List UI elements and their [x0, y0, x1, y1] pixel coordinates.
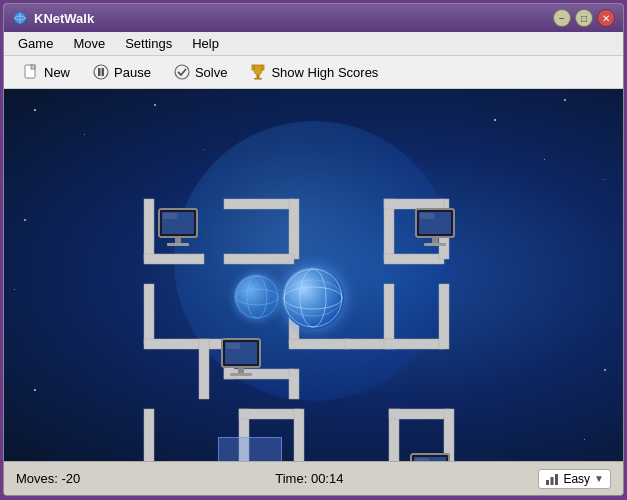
svg-point-45	[284, 269, 342, 327]
svg-rect-8	[252, 65, 254, 70]
svg-rect-27	[384, 339, 444, 349]
svg-rect-6	[102, 68, 105, 76]
svg-rect-57	[424, 243, 446, 246]
game-area[interactable]	[4, 89, 623, 461]
svg-rect-70	[551, 477, 554, 485]
svg-rect-63	[226, 343, 240, 349]
svg-rect-33	[144, 409, 154, 461]
svg-rect-15	[289, 199, 299, 259]
pause-icon	[92, 63, 110, 81]
svg-rect-11	[254, 78, 262, 80]
time-label: Time: 00:14	[275, 471, 343, 486]
app-icon	[12, 10, 28, 26]
highscores-button[interactable]: Show High Scores	[239, 60, 388, 84]
menu-move[interactable]: Move	[65, 34, 113, 53]
menu-help[interactable]: Help	[184, 34, 227, 53]
svg-rect-28	[439, 284, 449, 349]
pause-button[interactable]: Pause	[82, 60, 161, 84]
svg-rect-10	[257, 75, 260, 78]
title-bar-controls: − □ ✕	[553, 9, 615, 27]
close-button[interactable]: ✕	[597, 9, 615, 27]
highscores-label: Show High Scores	[271, 65, 378, 80]
new-label: New	[44, 65, 70, 80]
solve-icon	[173, 63, 191, 81]
svg-point-7	[175, 65, 189, 79]
svg-rect-62	[230, 373, 252, 376]
title-bar: KNetWalk − □ ✕	[4, 4, 623, 32]
time-section: Time: 00:14	[275, 471, 343, 486]
svg-point-44	[236, 289, 278, 305]
svg-rect-52	[167, 243, 189, 246]
svg-rect-53	[163, 213, 177, 219]
svg-rect-61	[238, 367, 244, 373]
svg-rect-25	[384, 284, 394, 344]
svg-rect-68	[415, 458, 429, 461]
svg-rect-21	[144, 284, 154, 344]
maximize-button[interactable]: □	[575, 9, 593, 27]
svg-point-47	[284, 287, 342, 309]
svg-point-4	[94, 65, 108, 79]
solve-label: Solve	[195, 65, 228, 80]
small-globe-node[interactable]	[234, 274, 280, 320]
dropdown-arrow: ▼	[594, 473, 604, 484]
chart-icon	[545, 472, 559, 486]
monitor-2[interactable]	[414, 207, 466, 259]
svg-rect-14	[224, 199, 294, 209]
monitor-1[interactable]	[157, 207, 209, 259]
svg-rect-5	[98, 68, 101, 76]
svg-rect-51	[175, 237, 181, 243]
menu-settings[interactable]: Settings	[117, 34, 180, 53]
svg-rect-71	[555, 474, 558, 485]
svg-point-43	[247, 276, 267, 318]
monitor-4[interactable]	[409, 452, 461, 461]
main-window: KNetWalk − □ ✕ Game Move Settings Help	[3, 3, 624, 496]
svg-rect-29	[199, 339, 209, 399]
difficulty-label: Easy	[563, 472, 590, 486]
svg-point-48	[284, 280, 342, 316]
svg-rect-69	[546, 480, 549, 485]
menu-bar: Game Move Settings Help	[4, 32, 623, 56]
svg-rect-32	[289, 369, 299, 399]
menu-game[interactable]: Game	[10, 34, 61, 53]
svg-rect-36	[239, 409, 299, 419]
title-bar-left: KNetWalk	[12, 10, 94, 26]
svg-rect-56	[432, 237, 438, 243]
svg-point-42	[236, 276, 278, 318]
monitor-3[interactable]	[220, 337, 272, 389]
minimize-button[interactable]: −	[553, 9, 571, 27]
selected-cell[interactable]	[218, 437, 282, 461]
svg-rect-58	[420, 213, 434, 219]
status-bar: Moves: -20 Time: 00:14 Easy ▼	[4, 461, 623, 495]
svg-rect-40	[389, 409, 449, 419]
difficulty-selector[interactable]: Easy ▼	[538, 469, 611, 489]
svg-point-46	[300, 269, 326, 327]
moves-label: Moves: -20	[16, 471, 80, 486]
window-title: KNetWalk	[34, 11, 94, 26]
main-globe-node[interactable]	[282, 267, 344, 329]
svg-rect-16	[224, 254, 294, 264]
moves-section: Moves: -20	[16, 471, 80, 486]
svg-rect-3	[31, 65, 35, 69]
new-icon	[22, 63, 40, 81]
svg-rect-24	[289, 339, 349, 349]
new-button[interactable]: New	[12, 60, 80, 84]
toolbar: New Pause Solve	[4, 56, 623, 89]
svg-rect-12	[144, 199, 154, 259]
pause-label: Pause	[114, 65, 151, 80]
trophy-icon	[249, 63, 267, 81]
svg-rect-9	[262, 65, 264, 70]
svg-rect-37	[294, 409, 304, 461]
solve-button[interactable]: Solve	[163, 60, 238, 84]
